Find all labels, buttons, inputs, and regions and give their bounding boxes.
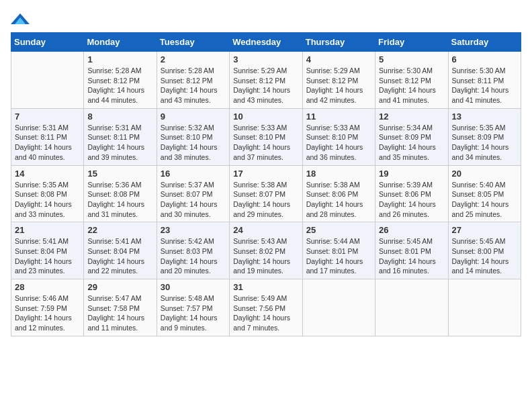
day-info: Sunrise: 5:30 AMSunset: 8:11 PMDaylight:… — [452, 66, 517, 105]
calendar-cell: 12Sunrise: 5:34 AMSunset: 8:09 PMDayligh… — [375, 108, 448, 165]
day-number: 4 — [306, 54, 371, 64]
day-number: 8 — [87, 111, 152, 122]
calendar-cell: 11Sunrise: 5:33 AMSunset: 8:10 PMDayligh… — [302, 108, 375, 165]
day-number: 16 — [161, 169, 226, 179]
day-info: Sunrise: 5:29 AMSunset: 8:12 PMDaylight:… — [306, 66, 371, 105]
day-info: Sunrise: 5:43 AMSunset: 8:02 PMDaylight:… — [233, 236, 298, 276]
day-info: Sunrise: 5:31 AMSunset: 8:11 PMDaylight:… — [15, 123, 80, 163]
day-info: Sunrise: 5:45 AMSunset: 8:01 PMDaylight:… — [379, 236, 444, 276]
calendar-cell — [448, 279, 521, 336]
col-header-tuesday: Tuesday — [157, 33, 229, 52]
day-number: 11 — [306, 111, 371, 122]
page-header — [11, 11, 521, 27]
day-number: 19 — [379, 169, 444, 179]
calendar-cell: 30Sunrise: 5:48 AMSunset: 7:57 PMDayligh… — [157, 279, 229, 336]
day-number: 13 — [452, 111, 517, 122]
day-number: 27 — [452, 225, 517, 235]
day-info: Sunrise: 5:33 AMSunset: 8:10 PMDaylight:… — [233, 123, 298, 163]
calendar-cell: 9Sunrise: 5:32 AMSunset: 8:10 PMDaylight… — [157, 108, 229, 165]
day-info: Sunrise: 5:38 AMSunset: 8:07 PMDaylight:… — [233, 180, 298, 220]
col-header-friday: Friday — [375, 33, 448, 52]
day-info: Sunrise: 5:32 AMSunset: 8:10 PMDaylight:… — [161, 123, 226, 163]
day-info: Sunrise: 5:35 AMSunset: 8:08 PMDaylight:… — [15, 180, 80, 220]
day-info: Sunrise: 5:49 AMSunset: 7:56 PMDaylight:… — [233, 293, 298, 333]
calendar-cell: 22Sunrise: 5:41 AMSunset: 8:04 PMDayligh… — [84, 222, 157, 279]
calendar-cell: 20Sunrise: 5:40 AMSunset: 8:05 PMDayligh… — [448, 165, 521, 222]
day-number: 7 — [15, 111, 80, 122]
day-number: 14 — [15, 169, 80, 179]
day-number: 28 — [15, 282, 80, 292]
col-header-thursday: Thursday — [302, 33, 375, 52]
day-info: Sunrise: 5:31 AMSunset: 8:11 PMDaylight:… — [87, 123, 152, 163]
day-info: Sunrise: 5:44 AMSunset: 8:01 PMDaylight:… — [306, 236, 371, 276]
day-number: 9 — [161, 111, 226, 122]
calendar-cell: 19Sunrise: 5:39 AMSunset: 8:06 PMDayligh… — [375, 165, 448, 222]
calendar-cell: 17Sunrise: 5:38 AMSunset: 8:07 PMDayligh… — [230, 165, 302, 222]
day-info: Sunrise: 5:45 AMSunset: 8:00 PMDaylight:… — [452, 236, 517, 276]
day-info: Sunrise: 5:41 AMSunset: 8:04 PMDaylight:… — [15, 236, 80, 276]
calendar-week-1: 1Sunrise: 5:28 AMSunset: 8:12 PMDaylight… — [11, 52, 521, 109]
col-header-sunday: Sunday — [11, 33, 84, 52]
day-number: 10 — [233, 111, 298, 122]
calendar-cell: 7Sunrise: 5:31 AMSunset: 8:11 PMDaylight… — [11, 108, 84, 165]
calendar-cell — [375, 279, 448, 336]
calendar-cell: 2Sunrise: 5:28 AMSunset: 8:12 PMDaylight… — [157, 52, 229, 109]
day-number: 2 — [161, 54, 226, 64]
calendar-cell: 18Sunrise: 5:38 AMSunset: 8:06 PMDayligh… — [302, 165, 375, 222]
calendar-cell: 28Sunrise: 5:46 AMSunset: 7:59 PMDayligh… — [11, 279, 84, 336]
col-header-wednesday: Wednesday — [230, 33, 302, 52]
calendar-week-4: 21Sunrise: 5:41 AMSunset: 8:04 PMDayligh… — [11, 222, 521, 279]
day-info: Sunrise: 5:28 AMSunset: 8:12 PMDaylight:… — [87, 66, 152, 105]
calendar-cell — [302, 279, 375, 336]
day-number: 3 — [233, 54, 298, 64]
calendar-cell: 3Sunrise: 5:29 AMSunset: 8:12 PMDaylight… — [230, 52, 302, 109]
day-info: Sunrise: 5:47 AMSunset: 7:58 PMDaylight:… — [87, 293, 152, 333]
day-number: 15 — [87, 169, 152, 179]
day-info: Sunrise: 5:30 AMSunset: 8:12 PMDaylight:… — [379, 66, 444, 105]
day-number: 24 — [233, 225, 298, 235]
logo — [11, 11, 32, 27]
day-info: Sunrise: 5:46 AMSunset: 7:59 PMDaylight:… — [15, 293, 80, 333]
day-number: 29 — [87, 282, 152, 292]
calendar-table: SundayMondayTuesdayWednesdayThursdayFrid… — [11, 32, 521, 336]
calendar-cell: 1Sunrise: 5:28 AMSunset: 8:12 PMDaylight… — [84, 52, 157, 109]
day-number: 25 — [306, 225, 371, 235]
day-number: 20 — [452, 169, 517, 179]
calendar-cell: 6Sunrise: 5:30 AMSunset: 8:11 PMDaylight… — [448, 52, 521, 109]
day-info: Sunrise: 5:48 AMSunset: 7:57 PMDaylight:… — [161, 293, 226, 333]
day-number: 6 — [452, 54, 517, 64]
calendar-cell: 16Sunrise: 5:37 AMSunset: 8:07 PMDayligh… — [157, 165, 229, 222]
calendar-cell: 4Sunrise: 5:29 AMSunset: 8:12 PMDaylight… — [302, 52, 375, 109]
day-number: 22 — [87, 225, 152, 235]
calendar-cell: 24Sunrise: 5:43 AMSunset: 8:02 PMDayligh… — [230, 222, 302, 279]
col-header-saturday: Saturday — [448, 33, 521, 52]
calendar-cell: 25Sunrise: 5:44 AMSunset: 8:01 PMDayligh… — [302, 222, 375, 279]
day-info: Sunrise: 5:36 AMSunset: 8:08 PMDaylight:… — [87, 180, 152, 220]
calendar-cell: 10Sunrise: 5:33 AMSunset: 8:10 PMDayligh… — [230, 108, 302, 165]
logo-icon — [11, 11, 30, 27]
calendar-cell — [11, 52, 84, 109]
calendar-cell: 14Sunrise: 5:35 AMSunset: 8:08 PMDayligh… — [11, 165, 84, 222]
calendar-cell: 5Sunrise: 5:30 AMSunset: 8:12 PMDaylight… — [375, 52, 448, 109]
calendar-week-2: 7Sunrise: 5:31 AMSunset: 8:11 PMDaylight… — [11, 108, 521, 165]
day-info: Sunrise: 5:39 AMSunset: 8:06 PMDaylight:… — [379, 180, 444, 220]
calendar-cell: 29Sunrise: 5:47 AMSunset: 7:58 PMDayligh… — [84, 279, 157, 336]
calendar-cell: 21Sunrise: 5:41 AMSunset: 8:04 PMDayligh… — [11, 222, 84, 279]
calendar-header-row: SundayMondayTuesdayWednesdayThursdayFrid… — [11, 33, 521, 52]
calendar-cell: 27Sunrise: 5:45 AMSunset: 8:00 PMDayligh… — [448, 222, 521, 279]
day-info: Sunrise: 5:29 AMSunset: 8:12 PMDaylight:… — [233, 66, 298, 105]
day-number: 18 — [306, 169, 371, 179]
day-number: 1 — [87, 54, 152, 64]
day-info: Sunrise: 5:42 AMSunset: 8:03 PMDaylight:… — [161, 236, 226, 276]
day-number: 31 — [233, 282, 298, 292]
calendar-cell: 13Sunrise: 5:35 AMSunset: 8:09 PMDayligh… — [448, 108, 521, 165]
day-number: 21 — [15, 225, 80, 235]
col-header-monday: Monday — [84, 33, 157, 52]
calendar-cell: 26Sunrise: 5:45 AMSunset: 8:01 PMDayligh… — [375, 222, 448, 279]
day-number: 5 — [379, 54, 444, 64]
calendar-week-5: 28Sunrise: 5:46 AMSunset: 7:59 PMDayligh… — [11, 279, 521, 336]
day-info: Sunrise: 5:38 AMSunset: 8:06 PMDaylight:… — [306, 180, 371, 220]
calendar-cell: 8Sunrise: 5:31 AMSunset: 8:11 PMDaylight… — [84, 108, 157, 165]
day-info: Sunrise: 5:35 AMSunset: 8:09 PMDaylight:… — [452, 123, 517, 163]
day-info: Sunrise: 5:40 AMSunset: 8:05 PMDaylight:… — [452, 180, 517, 220]
